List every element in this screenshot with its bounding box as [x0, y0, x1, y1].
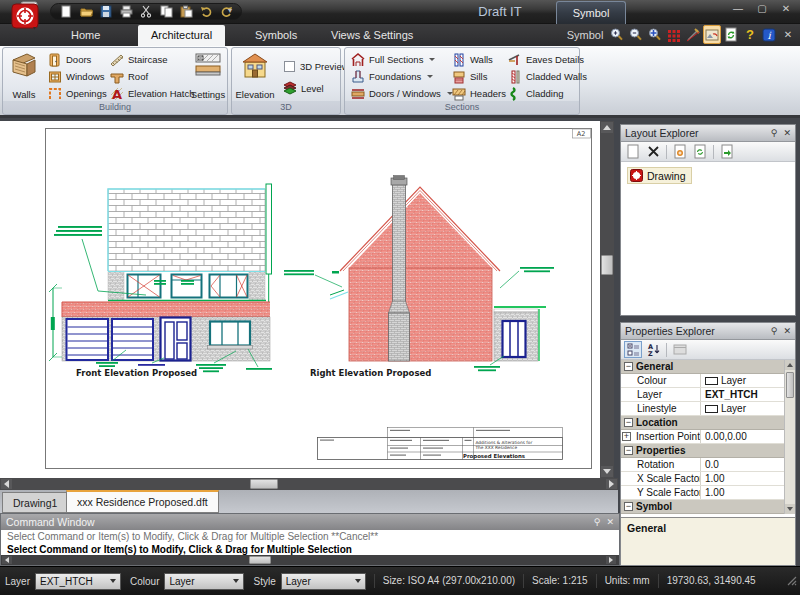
property-row-xscale[interactable]: X Scale Factor 1.00 — [621, 472, 795, 486]
property-group-general[interactable]: − General — [621, 360, 795, 374]
qat-overflow-icon[interactable]: ▾ — [228, 6, 232, 15]
full-sections-button[interactable]: Full Sections — [348, 51, 453, 68]
scroll-up-button[interactable] — [785, 360, 795, 370]
tab-architectural[interactable]: Architectural — [138, 25, 225, 46]
close-button[interactable]: ✕ — [778, 3, 794, 14]
close-panel-icon[interactable]: ✕ — [606, 517, 614, 527]
paste-icon[interactable] — [179, 5, 193, 18]
pin-icon[interactable]: ⚲ — [594, 517, 601, 527]
insert-layout-icon[interactable] — [718, 143, 736, 160]
property-row-linestyle[interactable]: Linestyle Layer — [621, 402, 795, 416]
eaves-details-button[interactable]: Eaves Details — [505, 51, 587, 68]
drawing-canvas[interactable]: A2 — [0, 121, 600, 478]
vertical-scroll-thumb[interactable] — [601, 255, 613, 275]
categorized-icon[interactable] — [624, 341, 642, 358]
help-icon[interactable]: ? — [741, 25, 759, 44]
elevation-hatch-button[interactable]: A Elevation Hatch — [107, 85, 195, 102]
copy-icon[interactable] — [159, 5, 173, 18]
roof-button[interactable]: Roof — [107, 68, 195, 85]
layout-explorer-title: Layout Explorer — [625, 127, 699, 139]
cladding-button[interactable]: Cladding — [505, 85, 587, 102]
scroll-left-button[interactable] — [1, 479, 12, 489]
horizontal-scroll-thumb[interactable] — [250, 479, 278, 489]
preview-checkbox[interactable] — [284, 61, 295, 72]
zoom-extents-icon[interactable] — [646, 25, 664, 44]
tab-symbols[interactable]: Symbols — [242, 25, 310, 46]
save-icon[interactable] — [99, 5, 113, 18]
foundations-button[interactable]: Foundations — [348, 68, 453, 85]
level-button[interactable]: Level — [280, 77, 349, 99]
new-file-icon[interactable] — [59, 5, 73, 18]
scroll-thumb[interactable] — [249, 556, 271, 564]
properties-scrollbar[interactable] — [784, 360, 795, 514]
zoom-out-icon[interactable] — [627, 25, 645, 44]
layout-item-drawing[interactable]: Drawing — [627, 167, 692, 184]
canvas-vertical-scrollbar[interactable] — [600, 121, 614, 478]
new-layout-icon[interactable] — [624, 143, 642, 160]
windows-button[interactable]: Windows — [45, 68, 107, 85]
property-row-layer[interactable]: Layer EXT_HTCH — [621, 388, 795, 402]
doors-windows-button[interactable]: Doors / Windows — [348, 85, 453, 102]
command-scrollbar[interactable] — [1, 555, 619, 565]
delete-layout-icon[interactable] — [644, 143, 662, 160]
close-panel-icon[interactable]: ✕ — [783, 326, 791, 336]
undo-icon[interactable] — [199, 5, 213, 18]
sills-button[interactable]: Sills — [449, 68, 506, 85]
settings-button[interactable]: Settings — [189, 50, 227, 102]
style-combobox[interactable]: Layer — [281, 573, 366, 590]
scroll-down-button[interactable] — [601, 466, 613, 477]
contextual-tab-group-symbol[interactable]: Symbol — [556, 1, 626, 24]
zoom-in-icon[interactable] — [608, 25, 626, 44]
full-sections-dropdown-icon[interactable] — [429, 58, 435, 61]
property-row-yscale[interactable]: Y Scale Factor 1.00 — [621, 486, 795, 500]
scroll-right-button[interactable] — [606, 556, 616, 564]
close-ribbon-icon[interactable]: ✕ — [779, 25, 797, 44]
cut-icon[interactable] — [139, 5, 153, 18]
regenerate-icon[interactable] — [722, 25, 740, 44]
colour-combobox[interactable]: Layer — [164, 573, 244, 590]
refresh-layout-icon[interactable] — [691, 143, 709, 160]
openings-button[interactable]: Openings — [45, 85, 107, 102]
scroll-thumb[interactable] — [786, 372, 794, 398]
cladded-walls-button[interactable]: Cladded Walls — [505, 68, 587, 85]
property-row-rotation[interactable]: Rotation 0.0 — [621, 458, 795, 472]
minimize-button[interactable]: — — [730, 3, 746, 14]
foundations-dropdown-icon[interactable] — [427, 75, 433, 78]
scroll-up-button[interactable] — [601, 122, 613, 133]
doc-tab-residence[interactable]: xxx Residence Proposed.dft — [66, 490, 219, 513]
scroll-right-button[interactable] — [606, 479, 617, 489]
layer-combobox[interactable]: EXT_HTCH — [35, 573, 121, 590]
pin-icon[interactable]: ⚲ — [771, 128, 778, 138]
property-group-symbol[interactable]: − Symbol — [621, 500, 795, 514]
close-panel-icon[interactable]: ✕ — [783, 128, 791, 138]
scroll-left-button[interactable] — [2, 556, 12, 564]
headers-button[interactable]: Headers — [449, 85, 506, 102]
app-menu-button[interactable] — [9, 1, 43, 31]
import-layout-icon[interactable] — [671, 143, 689, 160]
print-icon[interactable] — [119, 5, 133, 18]
resize-grip[interactable] — [787, 576, 797, 586]
section-walls-button[interactable]: Walls — [449, 51, 506, 68]
sort-az-icon[interactable]: AZ — [644, 341, 662, 358]
doors-button[interactable]: Doors — [45, 51, 107, 68]
tab-views-settings[interactable]: Views & Settings — [318, 25, 426, 46]
tab-home[interactable]: Home — [58, 25, 113, 46]
maximize-button[interactable]: ▢ — [754, 3, 770, 14]
scroll-down-button[interactable] — [785, 504, 795, 514]
render-view-icon[interactable] — [703, 25, 721, 44]
elevation-button[interactable]: Elevation — [234, 50, 276, 102]
staircase-button[interactable]: Staircase — [107, 51, 195, 68]
preview-3d-toggle[interactable]: 3D Preview — [280, 55, 349, 77]
property-row-colour[interactable]: Colour Layer — [621, 374, 795, 388]
canvas-horizontal-scrollbar[interactable] — [0, 478, 618, 490]
walls-button[interactable]: Walls — [5, 50, 43, 102]
property-row-insertion-point[interactable]: + Insertion Point 0.00,0.00 — [621, 430, 795, 444]
doc-tab-drawing1[interactable]: Drawing1 — [2, 492, 68, 513]
property-group-location[interactable]: − Location — [621, 416, 795, 430]
info-icon[interactable]: i — [760, 25, 778, 44]
property-group-properties[interactable]: − Properties — [621, 444, 795, 458]
open-file-icon[interactable] — [79, 5, 93, 18]
draw-mode-icon[interactable] — [684, 25, 702, 44]
snap-grid-icon[interactable] — [665, 25, 683, 44]
pin-icon[interactable]: ⚲ — [771, 326, 778, 336]
